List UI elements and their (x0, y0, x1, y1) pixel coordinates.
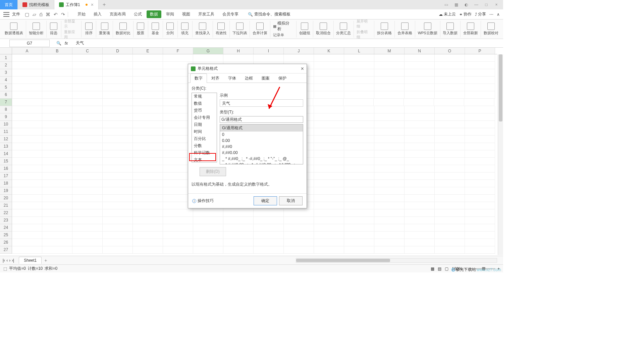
cell[interactable] (42, 209, 72, 217)
cell[interactable] (344, 239, 374, 246)
collapse[interactable]: 折叠明细 (357, 30, 371, 40)
cell[interactable] (405, 187, 435, 195)
hscroll-thumb[interactable] (296, 259, 390, 262)
cell[interactable] (72, 91, 103, 99)
row-1[interactable]: 1 (0, 54, 12, 62)
rb-filter[interactable]: 筛选 (47, 21, 61, 38)
cell[interactable] (465, 84, 495, 91)
cell[interactable] (133, 224, 163, 232)
rb-import[interactable]: 导入数据 (440, 21, 461, 38)
cell[interactable] (223, 246, 254, 254)
row-8[interactable]: 8 (0, 106, 12, 113)
rb-consol[interactable]: 合并计算 (250, 21, 270, 38)
cell[interactable] (374, 121, 405, 128)
cell[interactable] (435, 180, 465, 187)
cell[interactable] (42, 217, 72, 224)
cell[interactable] (223, 54, 254, 62)
ribtab-layout[interactable]: 页面布局 (106, 10, 129, 18)
cell[interactable] (72, 158, 103, 165)
fx-search-icon[interactable]: 🔍 (56, 41, 61, 46)
cell[interactable] (72, 224, 103, 232)
cell[interactable] (314, 165, 344, 172)
cell[interactable] (12, 209, 42, 217)
cell[interactable] (72, 165, 103, 172)
cell[interactable] (254, 246, 284, 254)
category-list[interactable]: 常规数值货币会计专用日期时间百分比分数科学记数文本特殊自定义 (192, 93, 217, 162)
cell[interactable] (435, 158, 465, 165)
cell[interactable] (405, 217, 435, 224)
cell[interactable] (405, 106, 435, 113)
cell[interactable] (405, 209, 435, 217)
cell[interactable] (314, 187, 344, 195)
search-box[interactable]: 🔍查找命令、搜索模板 (248, 11, 290, 17)
select-all-corner[interactable] (0, 48, 12, 54)
cell[interactable] (133, 106, 163, 113)
cell[interactable] (42, 232, 72, 239)
category-item[interactable]: 时间 (192, 128, 217, 135)
coop-button[interactable]: ⚭ 协作 (459, 11, 472, 17)
cell[interactable] (103, 180, 133, 187)
cell[interactable] (42, 106, 72, 113)
rb-subtotal[interactable]: 分类汇总 (334, 21, 354, 38)
cell[interactable] (12, 106, 42, 113)
cell[interactable] (12, 224, 42, 232)
cell[interactable] (42, 180, 72, 187)
cell[interactable] (284, 209, 314, 217)
cell[interactable] (405, 143, 435, 150)
cell[interactable] (163, 232, 193, 239)
cell[interactable] (193, 217, 223, 224)
category-item[interactable]: 货币 (192, 107, 217, 114)
tab-home[interactable]: 首页 (0, 0, 18, 9)
cell[interactable] (405, 232, 435, 239)
cell[interactable] (133, 217, 163, 224)
cell[interactable] (465, 187, 495, 195)
cell[interactable] (254, 209, 284, 217)
cell[interactable] (12, 77, 42, 84)
cell[interactable] (344, 91, 374, 99)
category-item[interactable]: 数值 (192, 100, 217, 107)
row-12[interactable]: 12 (0, 136, 12, 143)
cell[interactable] (465, 77, 495, 84)
cell[interactable] (405, 84, 435, 91)
dtab-protect[interactable]: 保护 (274, 73, 291, 83)
cell[interactable] (284, 217, 314, 224)
cell[interactable] (314, 54, 344, 62)
cell[interactable] (133, 172, 163, 180)
cell[interactable] (405, 136, 435, 143)
col-H[interactable]: H (223, 48, 254, 54)
cell[interactable] (254, 224, 284, 232)
cell[interactable] (12, 128, 42, 136)
cell[interactable] (405, 172, 435, 180)
cell[interactable] (133, 54, 163, 62)
cell[interactable] (405, 158, 435, 165)
cell[interactable] (163, 217, 193, 224)
cell[interactable] (103, 165, 133, 172)
cell[interactable] (314, 106, 344, 113)
cell[interactable] (344, 158, 374, 165)
row-2[interactable]: 2 (0, 62, 12, 69)
cell[interactable] (435, 54, 465, 62)
cell[interactable] (465, 136, 495, 143)
cell[interactable] (405, 165, 435, 172)
cell[interactable] (344, 217, 374, 224)
cell[interactable] (72, 217, 103, 224)
cell[interactable] (133, 209, 163, 217)
category-item[interactable]: 日期 (192, 121, 217, 128)
cell[interactable] (12, 232, 42, 239)
cell[interactable] (434, 99, 464, 106)
col-E[interactable]: E (133, 48, 163, 54)
cell[interactable] (405, 121, 435, 128)
col-C[interactable]: C (72, 48, 103, 54)
cell[interactable] (42, 99, 72, 106)
cell[interactable] (12, 69, 42, 77)
category-item[interactable]: 分数 (192, 142, 217, 149)
cell[interactable] (163, 224, 193, 232)
cell[interactable] (314, 77, 344, 84)
ribtab-view[interactable]: 视图 (179, 10, 194, 18)
cell[interactable] (465, 62, 495, 69)
cell[interactable] (344, 128, 374, 136)
cell[interactable] (103, 106, 133, 113)
type-item[interactable]: G/通用格式 (220, 124, 303, 132)
cell[interactable] (163, 239, 193, 246)
vertical-scrollbar[interactable] (498, 54, 503, 255)
